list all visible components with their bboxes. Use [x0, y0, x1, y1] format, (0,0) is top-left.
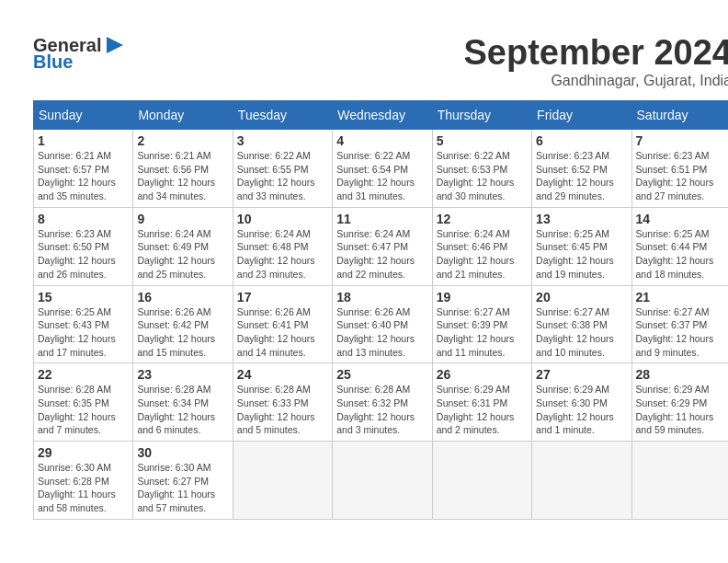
day-header: Monday — [133, 101, 233, 130]
calendar-cell: 7 Sunrise: 6:23 AM Sunset: 6:51 PM Dayli… — [631, 130, 728, 208]
calendar-cell: 12 Sunrise: 6:24 AM Sunset: 6:46 PM Dayl… — [432, 207, 531, 285]
calendar-cell: 16 Sunrise: 6:26 AM Sunset: 6:42 PM Dayl… — [133, 285, 233, 363]
location-subtitle: Gandhinagar, Gujarat, India — [464, 73, 729, 89]
day-detail: Sunrise: 6:24 AM Sunset: 6:46 PM Dayligh… — [437, 227, 528, 282]
day-number: 24 — [237, 367, 328, 382]
day-number: 11 — [336, 212, 427, 226]
day-number: 1 — [38, 133, 129, 148]
day-detail: Sunrise: 6:25 AM Sunset: 6:44 PM Dayligh… — [636, 227, 727, 282]
day-number: 16 — [137, 290, 228, 304]
day-number: 2 — [137, 133, 228, 148]
calendar-cell: 1 Sunrise: 6:21 AM Sunset: 6:57 PM Dayli… — [34, 130, 133, 208]
day-detail: Sunrise: 6:22 AM Sunset: 6:54 PM Dayligh… — [336, 149, 427, 203]
calendar-cell: 13 Sunrise: 6:25 AM Sunset: 6:45 PM Dayl… — [532, 207, 631, 285]
calendar-cell: 23 Sunrise: 6:28 AM Sunset: 6:34 PM Dayl… — [133, 363, 233, 442]
day-detail: Sunrise: 6:21 AM Sunset: 6:56 PM Dayligh… — [137, 149, 228, 203]
day-detail: Sunrise: 6:28 AM Sunset: 6:32 PM Dayligh… — [336, 383, 427, 437]
day-detail: Sunrise: 6:25 AM Sunset: 6:45 PM Dayligh… — [536, 227, 627, 282]
day-number: 12 — [437, 212, 528, 226]
day-header: Sunday — [34, 101, 133, 130]
calendar-cell: 19 Sunrise: 6:27 AM Sunset: 6:39 PM Dayl… — [432, 285, 531, 363]
svg-marker-0 — [107, 37, 123, 53]
day-detail: Sunrise: 6:28 AM Sunset: 6:35 PM Dayligh… — [38, 383, 129, 437]
day-number: 13 — [536, 212, 627, 226]
day-header: Friday — [532, 101, 631, 130]
day-number: 6 — [536, 133, 627, 148]
calendar-cell: 15 Sunrise: 6:25 AM Sunset: 6:43 PM Dayl… — [34, 285, 133, 363]
day-number: 17 — [237, 290, 328, 304]
day-number: 19 — [437, 290, 528, 304]
day-number: 10 — [237, 212, 328, 226]
calendar-cell: 4 Sunrise: 6:22 AM Sunset: 6:54 PM Dayli… — [333, 130, 432, 208]
calendar-cell — [233, 442, 332, 520]
day-number: 23 — [137, 367, 228, 382]
day-detail: Sunrise: 6:24 AM Sunset: 6:47 PM Dayligh… — [336, 227, 427, 282]
day-number: 28 — [636, 367, 727, 382]
month-title: September 2024 — [464, 33, 729, 73]
calendar-cell: 6 Sunrise: 6:23 AM Sunset: 6:52 PM Dayli… — [532, 130, 631, 208]
day-detail: Sunrise: 6:30 AM Sunset: 6:27 PM Dayligh… — [137, 461, 228, 515]
calendar-cell: 25 Sunrise: 6:28 AM Sunset: 6:32 PM Dayl… — [333, 363, 432, 442]
logo-arrow-icon — [103, 33, 127, 57]
day-number: 25 — [336, 367, 427, 382]
day-detail: Sunrise: 6:29 AM Sunset: 6:30 PM Dayligh… — [536, 383, 627, 437]
calendar-cell: 20 Sunrise: 6:27 AM Sunset: 6:38 PM Dayl… — [532, 285, 631, 363]
day-header: Tuesday — [233, 101, 332, 130]
day-detail: Sunrise: 6:26 AM Sunset: 6:42 PM Dayligh… — [137, 305, 228, 360]
calendar-table: SundayMondayTuesdayWednesdayThursdayFrid… — [33, 100, 728, 520]
day-number: 8 — [38, 212, 129, 226]
calendar-week-row: 1 Sunrise: 6:21 AM Sunset: 6:57 PM Dayli… — [34, 130, 729, 208]
day-number: 9 — [137, 212, 228, 226]
day-number: 27 — [536, 367, 627, 382]
logo: General Blue — [33, 33, 127, 73]
calendar-cell: 3 Sunrise: 6:22 AM Sunset: 6:55 PM Dayli… — [233, 130, 332, 208]
calendar-cell: 21 Sunrise: 6:27 AM Sunset: 6:37 PM Dayl… — [631, 285, 728, 363]
day-number: 20 — [536, 290, 627, 304]
calendar-cell: 8 Sunrise: 6:23 AM Sunset: 6:50 PM Dayli… — [34, 207, 133, 285]
day-header: Saturday — [631, 101, 728, 130]
calendar-cell: 17 Sunrise: 6:26 AM Sunset: 6:41 PM Dayl… — [233, 285, 332, 363]
calendar-cell — [631, 442, 728, 520]
day-number: 21 — [636, 290, 727, 304]
calendar-cell: 24 Sunrise: 6:28 AM Sunset: 6:33 PM Dayl… — [233, 363, 332, 442]
day-detail: Sunrise: 6:27 AM Sunset: 6:38 PM Dayligh… — [536, 305, 627, 360]
day-number: 18 — [336, 290, 427, 304]
calendar-week-row: 8 Sunrise: 6:23 AM Sunset: 6:50 PM Dayli… — [34, 207, 729, 285]
calendar-cell: 18 Sunrise: 6:26 AM Sunset: 6:40 PM Dayl… — [333, 285, 432, 363]
day-number: 5 — [437, 133, 528, 148]
calendar-cell: 10 Sunrise: 6:24 AM Sunset: 6:48 PM Dayl… — [233, 207, 332, 285]
calendar-cell: 11 Sunrise: 6:24 AM Sunset: 6:47 PM Dayl… — [333, 207, 432, 285]
day-detail: Sunrise: 6:23 AM Sunset: 6:50 PM Dayligh… — [38, 227, 129, 282]
calendar-cell — [432, 442, 531, 520]
day-header: Thursday — [432, 101, 531, 130]
day-detail: Sunrise: 6:23 AM Sunset: 6:52 PM Dayligh… — [536, 149, 627, 203]
calendar-cell: 30 Sunrise: 6:30 AM Sunset: 6:27 PM Dayl… — [133, 442, 233, 520]
calendar-cell: 28 Sunrise: 6:29 AM Sunset: 6:29 PM Dayl… — [631, 363, 728, 442]
calendar-week-row: 29 Sunrise: 6:30 AM Sunset: 6:28 PM Dayl… — [34, 442, 729, 520]
calendar-cell: 27 Sunrise: 6:29 AM Sunset: 6:30 PM Dayl… — [532, 363, 631, 442]
day-detail: Sunrise: 6:22 AM Sunset: 6:53 PM Dayligh… — [437, 149, 528, 203]
calendar-cell: 22 Sunrise: 6:28 AM Sunset: 6:35 PM Dayl… — [34, 363, 133, 442]
calendar-cell: 2 Sunrise: 6:21 AM Sunset: 6:56 PM Dayli… — [133, 130, 233, 208]
day-detail: Sunrise: 6:27 AM Sunset: 6:37 PM Dayligh… — [636, 305, 727, 360]
day-number: 14 — [636, 212, 727, 226]
day-detail: Sunrise: 6:21 AM Sunset: 6:57 PM Dayligh… — [38, 149, 129, 203]
day-number: 26 — [437, 367, 528, 382]
day-detail: Sunrise: 6:29 AM Sunset: 6:31 PM Dayligh… — [437, 383, 528, 437]
day-detail: Sunrise: 6:24 AM Sunset: 6:48 PM Dayligh… — [237, 227, 328, 282]
day-detail: Sunrise: 6:24 AM Sunset: 6:49 PM Dayligh… — [137, 227, 228, 282]
day-detail: Sunrise: 6:28 AM Sunset: 6:34 PM Dayligh… — [137, 383, 228, 437]
day-detail: Sunrise: 6:29 AM Sunset: 6:29 PM Dayligh… — [636, 383, 727, 437]
day-detail: Sunrise: 6:26 AM Sunset: 6:41 PM Dayligh… — [237, 305, 328, 360]
calendar-cell: 29 Sunrise: 6:30 AM Sunset: 6:28 PM Dayl… — [34, 442, 133, 520]
day-number: 4 — [336, 133, 427, 148]
day-header: Wednesday — [333, 101, 432, 130]
day-detail: Sunrise: 6:27 AM Sunset: 6:39 PM Dayligh… — [437, 305, 528, 360]
calendar-week-row: 15 Sunrise: 6:25 AM Sunset: 6:43 PM Dayl… — [34, 285, 729, 363]
day-detail: Sunrise: 6:28 AM Sunset: 6:33 PM Dayligh… — [237, 383, 328, 437]
calendar-cell: 9 Sunrise: 6:24 AM Sunset: 6:49 PM Dayli… — [133, 207, 233, 285]
day-detail: Sunrise: 6:25 AM Sunset: 6:43 PM Dayligh… — [38, 305, 129, 360]
day-number: 30 — [137, 445, 228, 460]
calendar-cell: 14 Sunrise: 6:25 AM Sunset: 6:44 PM Dayl… — [631, 207, 728, 285]
day-number: 7 — [636, 133, 727, 148]
